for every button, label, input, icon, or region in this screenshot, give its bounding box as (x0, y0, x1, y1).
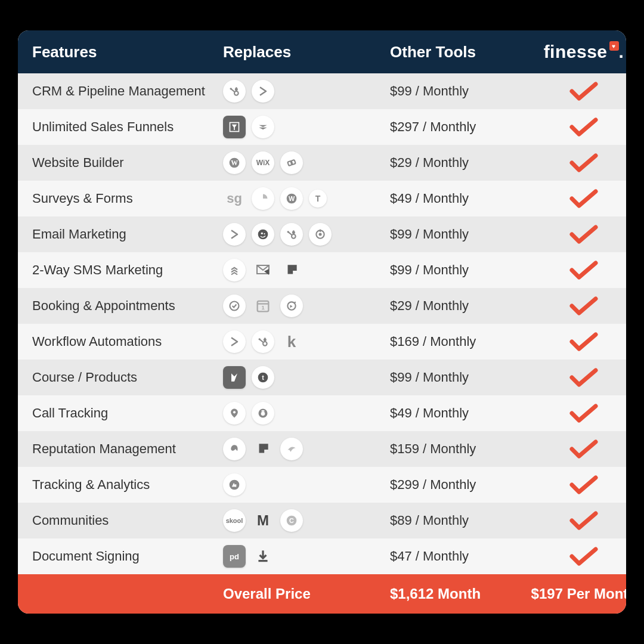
other-tool-price: $89 / Monthly (390, 513, 527, 528)
feature-name: Unlimited Sales Funnels (32, 119, 223, 135)
table-row: Unlimited Sales Funnels$297 / Monthly (18, 109, 626, 145)
check-icon (569, 547, 598, 566)
brand-suffix: . (619, 42, 624, 62)
hubspot-icon (223, 80, 246, 103)
replaces-icons (223, 438, 390, 460)
included-check (527, 475, 626, 494)
table-row: 2-Way SMS Marketing$99 / Monthly (18, 252, 626, 288)
svg-point-17 (292, 234, 296, 239)
replaces-icons: sgWT (223, 187, 390, 210)
comparison-table: Features Replaces Other Tools finesse♥. … (18, 30, 626, 614)
table-row: CommunitiesskoolMC$89 / Monthly (18, 503, 626, 538)
svg-point-1 (234, 91, 239, 95)
hubspot-icon (252, 330, 274, 353)
other-tool-price: $99 / Monthly (390, 262, 527, 278)
feature-name: Call Tracking (32, 405, 223, 421)
replaces-icons: 1 (223, 295, 390, 317)
svg-point-40 (261, 412, 265, 416)
table-footer: Overall Price $1,612 Month $197 Per Mont… (18, 574, 626, 614)
col-replaces: Replaces (223, 43, 390, 61)
table-header: Features Replaces Other Tools finesse♥. (18, 30, 626, 73)
replaces-icons: t (223, 366, 390, 389)
replaces-icons (223, 223, 390, 246)
swoosh-icon (280, 438, 303, 460)
brand-logo: finesse♥. (527, 42, 626, 62)
replaces-icons (223, 259, 390, 281)
col-other-tools: Other Tools (390, 43, 527, 61)
other-tool-price: $49 / Monthly (390, 191, 527, 206)
clickfunnels-icon (223, 116, 246, 138)
included-check (527, 117, 626, 137)
acuity-icon (280, 295, 303, 317)
svg-text:W: W (289, 195, 295, 202)
pandadoc-icon: pd (223, 545, 246, 568)
overall-price-label: Overall Price (223, 586, 390, 602)
replaces-icons (223, 473, 390, 496)
svg-point-22 (319, 233, 322, 236)
svg-text:C: C (289, 517, 294, 524)
svg-text:1: 1 (261, 305, 264, 311)
svg-point-32 (263, 342, 267, 346)
kajabi-icon (223, 366, 246, 389)
envelope-icon (252, 259, 274, 281)
check-icon (569, 117, 598, 137)
other-tools-total: $1,612 Month (390, 586, 527, 602)
table-row: Booking & Appointments1$29 / Monthly (18, 288, 626, 324)
included-check (527, 261, 626, 280)
other-tool-price: $159 / Monthly (390, 441, 527, 457)
chevrons-icon (223, 259, 246, 281)
check-icon (569, 332, 598, 351)
included-check (527, 189, 626, 208)
other-tool-price: $299 / Monthly (390, 477, 527, 493)
feature-name: CRM & Pipeline Management (32, 83, 223, 99)
feature-name: Email Marketing (32, 227, 223, 242)
replaces-icons (223, 402, 390, 425)
leadpages-icon (252, 116, 274, 138)
feature-name: Tracking & Analytics (32, 477, 223, 493)
svg-point-15 (264, 233, 265, 234)
other-tool-price: $47 / Monthly (390, 549, 527, 564)
our-total: $197 Per Month (527, 586, 626, 602)
wix-icon: WiX (252, 151, 274, 174)
svg-text:t: t (262, 374, 264, 381)
included-check (527, 296, 626, 315)
included-check (527, 547, 626, 566)
phone-circle-icon (252, 402, 274, 425)
feature-name: Reputation Management (32, 441, 223, 457)
feature-name: Surveys & Forms (32, 191, 223, 206)
svg-point-38 (233, 411, 236, 413)
svg-text:W: W (231, 159, 238, 167)
svg-point-4 (230, 88, 232, 89)
check-icon (569, 511, 598, 530)
feature-name: Workflow Automations (32, 334, 223, 349)
download-icon (252, 545, 274, 568)
included-check (527, 511, 626, 530)
included-check (527, 368, 626, 387)
heart-icon: ♥ (609, 41, 619, 51)
other-tool-price: $169 / Monthly (390, 334, 527, 349)
check-icon (569, 153, 598, 172)
replaces-icons: pd (223, 545, 390, 568)
squarespace-icon (280, 151, 303, 174)
activecampaign-icon (252, 80, 274, 103)
skool-icon: skool (223, 509, 246, 532)
included-check (527, 82, 626, 101)
other-tool-price: $99 / Monthly (390, 83, 527, 99)
replaces-icons: skoolMC (223, 509, 390, 532)
table-row: Surveys & FormssgWT$49 / Monthly (18, 181, 626, 216)
calendar-icon: 1 (252, 295, 274, 317)
included-check (527, 332, 626, 351)
activecampaign-icon (223, 223, 246, 246)
typeform-alt-icon (252, 187, 274, 210)
flag-icon (280, 259, 303, 281)
included-check (527, 153, 626, 172)
check-icon (569, 82, 598, 101)
svg-rect-41 (262, 410, 265, 412)
table-row: Website BuilderWWiX$29 / Monthly (18, 145, 626, 181)
other-tool-price: $297 / Monthly (390, 119, 527, 135)
feature-name: Booking & Appointments (32, 298, 223, 314)
check-icon (569, 368, 598, 387)
included-check (527, 404, 626, 423)
svg-point-20 (287, 231, 289, 233)
mailchimp-icon (252, 223, 274, 246)
